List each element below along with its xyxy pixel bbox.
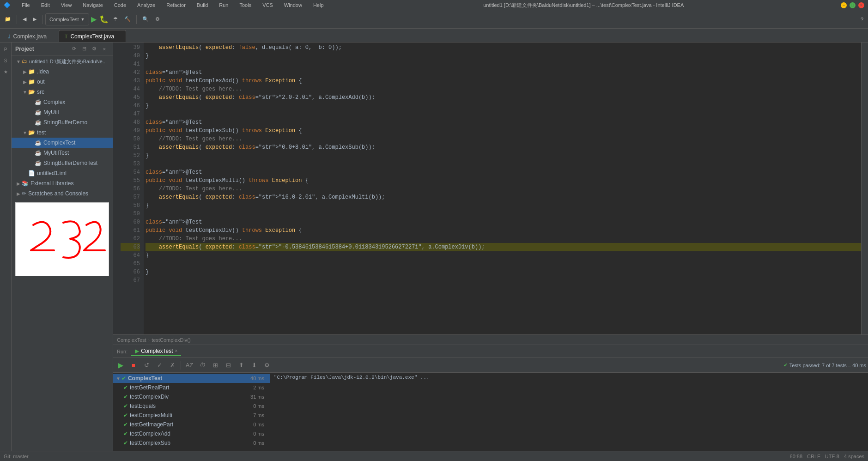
menu-edit[interactable]: Edit bbox=[38, 1, 53, 9]
tree-item-root[interactable]: ▼ 🗂 untitled1 D:\新建文件夹\BaiduNe... bbox=[12, 56, 113, 67]
menu-run[interactable]: Run bbox=[216, 1, 231, 9]
drawing-canvas bbox=[15, 202, 109, 276]
tree-item-extlibs[interactable]: ▶ 📚 External Libraries bbox=[12, 178, 113, 188]
forward-btn[interactable]: ▶ bbox=[30, 13, 39, 26]
toggle-fail-btn[interactable]: ✗ bbox=[167, 360, 178, 371]
run-tree-item[interactable]: ✔ testComplexDiv 31 ms bbox=[113, 392, 270, 401]
run-tree-item[interactable]: ▼ ✔ ComplexTest 40 ms bbox=[113, 374, 270, 383]
run-tree-item[interactable]: ✔ testComplexMulti 7 ms bbox=[113, 411, 270, 420]
tree-label-scratches: Scratches and Consoles bbox=[28, 190, 88, 197]
rerun-failed-btn[interactable]: ↺ bbox=[141, 360, 152, 371]
status-crlf[interactable]: CRLF bbox=[807, 454, 820, 459]
tree-item-stringbufferdemo[interactable]: ☕ StringBufferDemo bbox=[12, 117, 113, 127]
line-num: 59 bbox=[121, 210, 140, 218]
pass-check-icon: ✔ bbox=[123, 394, 128, 400]
run-config-selector[interactable]: ComplexTest ▼ bbox=[45, 13, 89, 25]
debug-button[interactable]: 🐛 bbox=[99, 15, 109, 24]
panel-settings-btn[interactable]: ⚙ bbox=[90, 44, 99, 54]
status-line-col[interactable]: 60:88 bbox=[790, 454, 803, 459]
coverage-btn[interactable]: ☂ bbox=[110, 13, 121, 26]
code-line bbox=[146, 276, 861, 285]
menu-analyze[interactable]: Analyze bbox=[134, 1, 158, 9]
menu-view[interactable]: View bbox=[58, 1, 75, 9]
run-tab-close-btn[interactable]: × bbox=[175, 348, 178, 353]
status-encoding[interactable]: UTF-8 bbox=[825, 454, 839, 459]
help-btn[interactable]: ? bbox=[858, 13, 866, 26]
tab-complex-java[interactable]: J Complex.java × bbox=[2, 30, 59, 42]
code-line: class="ann">@Test bbox=[146, 168, 861, 176]
line-num: 43 bbox=[121, 77, 140, 85]
run-tree-item[interactable]: ✔ testGetImagePart 0 ms bbox=[113, 420, 270, 429]
collapse-all-btn[interactable]: ⊟ bbox=[223, 360, 234, 371]
status-spaces[interactable]: 4 spaces bbox=[844, 454, 864, 459]
search-btn[interactable]: 🔍 bbox=[140, 13, 152, 26]
menu-code[interactable]: Code bbox=[111, 1, 129, 9]
expand-all-btn[interactable]: ⊞ bbox=[210, 360, 221, 371]
code-content[interactable]: assertEquals( expected: false, d.equals(… bbox=[144, 42, 861, 334]
breadcrumb-complextest[interactable]: ComplexTest bbox=[117, 337, 146, 343]
breadcrumb-method[interactable]: testComplexDiv() bbox=[152, 337, 190, 343]
test-folder-icon: 📂 bbox=[28, 129, 35, 136]
tree-item-iml[interactable]: 📄 untitled1.iml bbox=[12, 168, 113, 178]
menu-file[interactable]: File bbox=[19, 1, 33, 9]
menu-refactor[interactable]: Refactor bbox=[164, 1, 188, 9]
run-tree-item[interactable]: ✔ testComplexAdd 0 ms bbox=[113, 429, 270, 438]
close-button[interactable]: × bbox=[858, 2, 864, 8]
menu-help[interactable]: Help bbox=[310, 1, 327, 9]
run-tab-complextest[interactable]: ▶ ComplexTest × bbox=[131, 347, 181, 356]
tree-item-complextest[interactable]: ☕ ComplexTest bbox=[12, 138, 113, 148]
code-line bbox=[146, 60, 861, 68]
menu-vcs[interactable]: VCS bbox=[260, 1, 276, 9]
test-time: 40 ms bbox=[250, 376, 267, 381]
vtab-structure[interactable]: S bbox=[0, 55, 11, 66]
sync-btn[interactable]: ⟳ bbox=[69, 44, 79, 54]
build-btn[interactable]: 🔨 bbox=[121, 13, 134, 26]
settings-run-btn[interactable]: ⚙ bbox=[261, 360, 273, 371]
stop-btn[interactable]: ■ bbox=[128, 360, 139, 371]
maximize-button[interactable]: □ bbox=[850, 2, 856, 8]
run-gutter bbox=[113, 42, 121, 334]
tree-item-myutiltest[interactable]: ☕ MyUtilTest bbox=[12, 148, 113, 158]
project-btn[interactable]: 📁 bbox=[2, 13, 14, 26]
sort-dur-btn[interactable]: ⏱ bbox=[197, 360, 208, 371]
vtab-project[interactable]: P bbox=[0, 44, 11, 55]
menu-build[interactable]: Build bbox=[194, 1, 211, 9]
tree-item-myutil[interactable]: ☕ MyUtil bbox=[12, 107, 113, 117]
iml-icon: 📄 bbox=[28, 170, 35, 176]
tree-item-sbdtest[interactable]: ☕ StringBufferDemoTest bbox=[12, 158, 113, 168]
tree-item-src[interactable]: ▼ 📂 src bbox=[12, 87, 113, 97]
app-logo: 🔷 bbox=[4, 2, 11, 8]
minimize-button[interactable]: − bbox=[841, 2, 847, 8]
sort-alpha-btn[interactable]: AZ bbox=[184, 360, 195, 371]
run-tree-label: testComplexAdd bbox=[130, 431, 170, 437]
tree-item-idea[interactable]: ▶ 📁 .idea bbox=[12, 67, 113, 77]
rerun-btn[interactable]: ▶ bbox=[115, 360, 126, 371]
menu-navigate[interactable]: Navigate bbox=[80, 1, 105, 9]
menu-window[interactable]: Window bbox=[281, 1, 305, 9]
tree-item-complex[interactable]: ☕ Complex bbox=[12, 97, 113, 107]
tree-item-test[interactable]: ▼ 📂 test bbox=[12, 127, 113, 138]
run-tree-item[interactable]: ✔ testComplexSub 0 ms bbox=[113, 438, 270, 448]
tab-complextest-java[interactable]: T ComplexTest.java × bbox=[59, 30, 126, 42]
myutil-java-icon: ☕ bbox=[35, 109, 42, 115]
run-button[interactable]: ▶ bbox=[91, 15, 97, 24]
back-btn[interactable]: ◀ bbox=[20, 13, 29, 26]
tree-item-out[interactable]: ▶ 📁 out bbox=[12, 77, 113, 87]
menu-tools[interactable]: Tools bbox=[237, 1, 254, 9]
toggle-pass-btn[interactable]: ✓ bbox=[154, 360, 165, 371]
import-btn[interactable]: ⬇ bbox=[249, 360, 260, 371]
line-num: 57 bbox=[121, 193, 140, 201]
export-btn[interactable]: ⬆ bbox=[236, 360, 247, 371]
line-num: 41 bbox=[121, 60, 140, 68]
line-num: 54 bbox=[121, 168, 140, 176]
run-tree-item[interactable]: ✔ testEquals 0 ms bbox=[113, 401, 270, 411]
settings-btn[interactable]: ⚙ bbox=[152, 13, 163, 26]
panel-close-btn[interactable]: × bbox=[100, 44, 109, 54]
vtab-favorites[interactable]: ★ bbox=[0, 67, 11, 77]
tree-item-scratches[interactable]: ▶ ✏ Scratches and Consoles bbox=[12, 188, 113, 199]
run-tree-label: testGetRealPart bbox=[130, 384, 169, 391]
run-tree-item[interactable]: ✔ testGetRealPart 2 ms bbox=[113, 383, 270, 392]
code-line bbox=[146, 110, 861, 118]
collapse-btn[interactable]: ⊟ bbox=[79, 44, 89, 54]
code-line: } bbox=[146, 52, 861, 60]
